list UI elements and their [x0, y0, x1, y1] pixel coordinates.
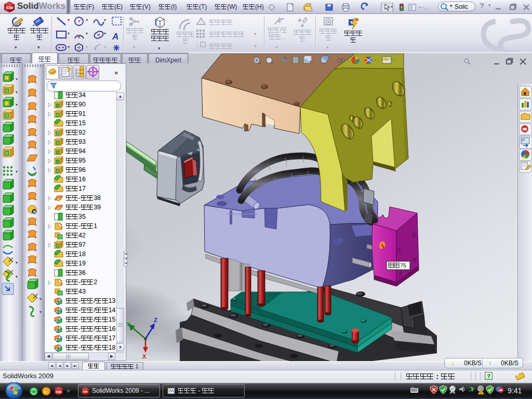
svg-text:Z: Z: [154, 317, 157, 323]
svg-text:▾: ▾: [16, 260, 18, 265]
svg-text:A: A: [112, 32, 118, 42]
svg-text:X: X: [142, 353, 147, 360]
svg-text:▾: ▾: [39, 310, 42, 314]
svg-text:▾: ▾: [16, 169, 18, 174]
svg-text:..: ..: [424, 5, 428, 10]
svg-text:SW: SW: [83, 390, 88, 393]
svg-text:▾: ▾: [39, 297, 42, 301]
svg-text:abc: abc: [411, 387, 414, 389]
svg-text:SW: SW: [6, 5, 14, 10]
svg-text:Y: Y: [126, 321, 130, 327]
svg-text:!: !: [481, 391, 482, 394]
svg-text:▾: ▾: [16, 102, 18, 107]
svg-text:▾: ▾: [16, 90, 18, 95]
svg-text:»: »: [66, 387, 70, 394]
svg-text:75: 75: [400, 262, 406, 269]
svg-text:▾: ▾: [16, 77, 18, 82]
svg-text:SW: SW: [56, 390, 62, 394]
svg-text:▾: ▾: [16, 274, 18, 279]
